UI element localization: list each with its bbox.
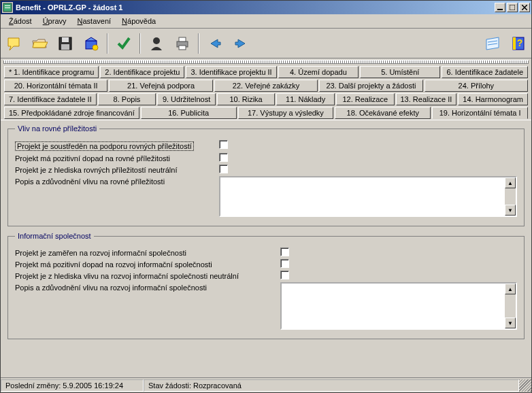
checkbox-is-neutralni[interactable] (280, 271, 289, 279)
check-icon[interactable] (114, 33, 134, 54)
toolbar: ? (1, 29, 531, 58)
resize-grip[interactable] (519, 379, 531, 392)
tab-14[interactable]: 14. Harmonogram (458, 93, 528, 105)
help-book-icon[interactable]: ? (508, 33, 529, 54)
scrollbar[interactable]: ▲ ▼ (505, 284, 516, 328)
tab-22[interactable]: 22. Veřejné zakázky (214, 80, 318, 92)
menu-upravy[interactable]: Úpravy (37, 16, 72, 27)
textarea-rp-popis[interactable] (220, 177, 505, 216)
tab-8[interactable]: 8. Popis (98, 93, 156, 105)
tab-19-active[interactable]: 19. Horizontální témata I (432, 107, 528, 119)
tab-11[interactable]: 11. Náklady (276, 93, 335, 105)
svg-marker-18 (211, 39, 220, 48)
window-title: Benefit - OPRLZ-GP - žádost 1 (16, 3, 495, 12)
checkbox-rp-neutralni[interactable] (219, 165, 228, 173)
label-rp-pozitivni: Projekt má pozitivní dopad na rovné příl… (15, 153, 219, 163)
tab-12[interactable]: 12. Realizace (336, 93, 395, 105)
menu-napoveda[interactable]: Nápověda (116, 16, 161, 27)
svg-rect-9 (62, 37, 69, 42)
status-last-changes: Poslední změny: 5.9.2005 16:19:24 (1, 379, 144, 392)
menu-nastaveni[interactable]: Nastavení (72, 16, 117, 27)
menubar: Žádost Úpravy Nastavení Nápověda (1, 14, 531, 29)
tab-10[interactable]: 10. Rizika (217, 93, 276, 105)
scrollbar[interactable]: ▲ ▼ (505, 177, 516, 216)
label-is-zameren: Projekt je zaměřen na rozvoj informační … (15, 247, 280, 257)
label-rp-popis: Popis a zdůvodnění vlivu na rovné přílež… (15, 176, 219, 186)
scroll-up-icon[interactable]: ▲ (505, 284, 516, 294)
toolbar-separator (139, 33, 141, 54)
svg-rect-10 (61, 44, 69, 50)
scroll-down-icon[interactable]: ▼ (505, 318, 516, 328)
note-icon[interactable] (482, 33, 503, 54)
tab-18[interactable]: 18. Očekávané efekty (335, 107, 431, 119)
statusbar: Poslední změny: 5.9.2005 16:19:24 Stav ž… (1, 377, 531, 392)
toolbar-gripper (3, 60, 529, 64)
textarea-rp-popis-wrap: ▲ ▼ (219, 176, 517, 217)
back-icon[interactable] (3, 33, 24, 54)
label-is-popis: Popis a zdůvodnění vlivu na rozvoj infor… (15, 282, 280, 292)
tab-15[interactable]: 15. Předpokládané zdroje financování (4, 107, 139, 119)
maximize-button[interactable] (507, 3, 518, 12)
textarea-is-popis[interactable] (282, 284, 505, 328)
svg-point-13 (93, 45, 98, 50)
svg-rect-24 (513, 37, 516, 50)
status-state: Stav žádosti: Rozpracovaná (144, 379, 519, 392)
app-icon (2, 2, 13, 13)
group-rovne-prilezitosti: Vliv na rovné příležitosti Projekt je so… (7, 124, 525, 226)
svg-marker-19 (235, 39, 245, 48)
tab-6[interactable]: 6. Identifikace žadatele (442, 66, 528, 78)
textarea-is-popis-wrap: ▲ ▼ (280, 282, 517, 330)
svg-rect-4 (510, 5, 515, 10)
svg-rect-16 (179, 37, 186, 41)
tab-16[interactable]: 16. Publicita (141, 107, 237, 119)
group-legend: Vliv na rovné příležitosti (15, 124, 99, 133)
svg-marker-12 (86, 37, 97, 41)
tab-strip: * 1. Identifikace programu 2. Identifika… (1, 65, 531, 120)
svg-rect-2 (5, 7, 10, 8)
svg-rect-1 (5, 5, 10, 6)
profile-dark-icon[interactable] (146, 33, 167, 54)
svg-text:?: ? (517, 37, 523, 48)
tab-5[interactable]: 5. Umístění (360, 66, 440, 78)
checkbox-is-zameren[interactable] (280, 247, 289, 256)
svg-rect-17 (179, 46, 186, 50)
label-is-neutralni: Projekt je z hlediska vlivu na rozvoj in… (15, 271, 280, 280)
svg-point-14 (153, 37, 160, 44)
tab-2[interactable]: 2. Identifikace projektu (100, 66, 184, 78)
save-disk-icon[interactable] (55, 33, 76, 54)
tab-4[interactable]: 4. Území dopadu (278, 66, 359, 78)
group-legend: Informační společnost (15, 232, 94, 240)
toolbar-separator (198, 33, 199, 54)
tab-3[interactable]: 3. Identifikace projektu II (186, 66, 276, 78)
tab-23[interactable]: 23. Další projekty a žádosti (319, 80, 422, 92)
tab-1[interactable]: * 1. Identifikace programu (4, 66, 99, 78)
label-rp-soustreden: Projekt je soustředěn na podporu rovných… (15, 141, 194, 151)
tab-21[interactable]: 21. Veřejná podpora (109, 80, 212, 92)
minimize-button[interactable] (495, 3, 505, 12)
tab-13[interactable]: 13. Realizace II (396, 93, 457, 105)
arrow-right-icon[interactable] (231, 33, 251, 54)
tab-24[interactable]: 24. Přílohy (425, 80, 528, 92)
tab-9[interactable]: 9. Udržitelnost (157, 93, 216, 105)
label-rp-neutralni: Projekt je z hlediska rovných příležitos… (15, 165, 219, 174)
arrow-left-icon[interactable] (205, 33, 225, 54)
group-informacni-spolecnost: Informační společnost Projekt je zaměřen… (7, 232, 525, 339)
scroll-down-icon[interactable]: ▼ (505, 205, 516, 216)
tab-20[interactable]: 20. Horizontální témata II (4, 80, 107, 92)
print-icon[interactable] (172, 33, 193, 54)
open-folder-icon[interactable] (29, 33, 50, 54)
tab-7[interactable]: 7. Identifikace žadatele II (4, 93, 97, 105)
svg-rect-3 (497, 9, 503, 10)
label-is-pozitivni: Projekt má pozitivní dopad na rozvoj inf… (15, 259, 280, 269)
checkbox-rp-soustreden[interactable] (219, 140, 228, 149)
svg-marker-7 (8, 38, 19, 50)
menu-zadost[interactable]: Žádost (3, 16, 37, 27)
scroll-up-icon[interactable]: ▲ (505, 177, 516, 188)
toolbar-separator (107, 33, 108, 54)
checkbox-rp-pozitivni[interactable] (219, 153, 228, 162)
checkbox-is-pozitivni[interactable] (280, 259, 289, 268)
close-button[interactable] (519, 3, 530, 12)
content-area: Vliv na rovné příležitosti Projekt je so… (1, 120, 531, 377)
tab-17[interactable]: 17. Výstupy a výsledky (238, 107, 334, 119)
package-icon[interactable] (81, 33, 101, 54)
